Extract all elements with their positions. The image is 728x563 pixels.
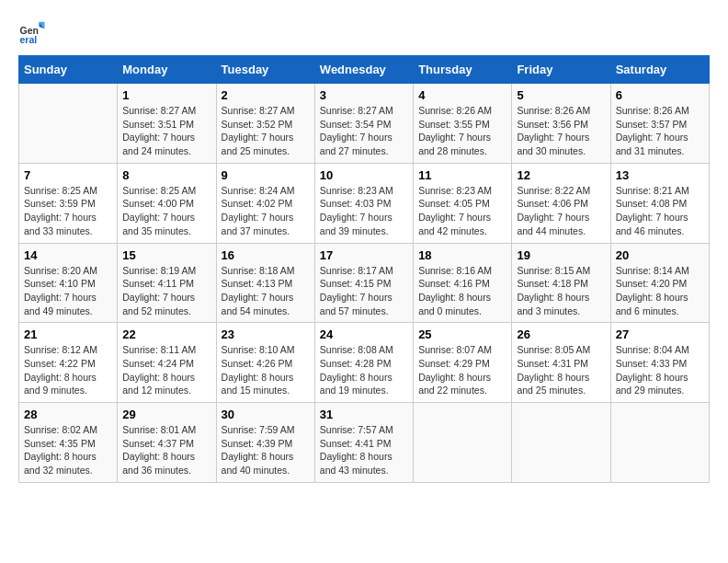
calendar-cell: 24Sunrise: 8:08 AMSunset: 4:28 PMDayligh… xyxy=(314,323,413,403)
calendar-cell: 20Sunrise: 8:14 AMSunset: 4:20 PMDayligh… xyxy=(610,243,709,323)
calendar-body: 1Sunrise: 8:27 AMSunset: 3:51 PMDaylight… xyxy=(19,84,710,483)
day-number: 8 xyxy=(122,168,210,182)
day-number: 16 xyxy=(222,248,310,262)
day-number: 22 xyxy=(122,327,210,341)
calendar-week-1: 1Sunrise: 8:27 AMSunset: 3:51 PMDaylight… xyxy=(19,84,710,164)
day-info: Sunrise: 8:11 AMSunset: 4:24 PMDaylight:… xyxy=(122,343,210,397)
svg-text:eral: eral xyxy=(20,34,38,45)
day-info: Sunrise: 8:23 AMSunset: 4:03 PMDaylight:… xyxy=(320,184,408,238)
header-day-thursday: Thursday xyxy=(414,56,512,84)
calendar-cell: 4Sunrise: 8:26 AMSunset: 3:55 PMDaylight… xyxy=(414,84,512,164)
calendar-cell: 7Sunrise: 8:25 AMSunset: 3:59 PMDaylight… xyxy=(19,163,118,243)
day-info: Sunrise: 8:08 AMSunset: 4:28 PMDaylight:… xyxy=(320,343,408,397)
day-number: 3 xyxy=(320,88,408,102)
calendar-cell: 25Sunrise: 8:07 AMSunset: 4:29 PMDayligh… xyxy=(414,323,512,403)
calendar-cell xyxy=(610,403,709,483)
day-number: 9 xyxy=(222,168,310,182)
calendar-cell: 2Sunrise: 8:27 AMSunset: 3:52 PMDaylight… xyxy=(216,84,314,164)
day-number: 21 xyxy=(24,327,112,341)
calendar-cell: 8Sunrise: 8:25 AMSunset: 4:00 PMDaylight… xyxy=(118,163,216,243)
day-number: 27 xyxy=(616,327,704,341)
day-info: Sunrise: 8:26 AMSunset: 3:57 PMDaylight:… xyxy=(616,104,704,158)
day-info: Sunrise: 8:01 AMSunset: 4:37 PMDaylight:… xyxy=(122,423,210,477)
day-info: Sunrise: 8:26 AMSunset: 3:55 PMDaylight:… xyxy=(418,104,506,158)
day-number: 24 xyxy=(320,327,408,341)
day-info: Sunrise: 8:16 AMSunset: 4:16 PMDaylight:… xyxy=(418,264,506,318)
day-info: Sunrise: 8:21 AMSunset: 4:08 PMDaylight:… xyxy=(616,184,704,238)
header-day-sunday: Sunday xyxy=(19,56,118,84)
day-number: 10 xyxy=(320,168,408,182)
day-number: 14 xyxy=(24,248,112,262)
calendar-table: SundayMondayTuesdayWednesdayThursdayFrid… xyxy=(18,55,710,483)
day-info: Sunrise: 8:19 AMSunset: 4:11 PMDaylight:… xyxy=(122,264,210,318)
day-number: 2 xyxy=(222,88,310,102)
calendar-cell: 31Sunrise: 7:57 AMSunset: 4:41 PMDayligh… xyxy=(314,403,413,483)
calendar-cell xyxy=(512,403,610,483)
calendar-week-4: 21Sunrise: 8:12 AMSunset: 4:22 PMDayligh… xyxy=(19,323,710,403)
calendar-cell: 21Sunrise: 8:12 AMSunset: 4:22 PMDayligh… xyxy=(19,323,118,403)
day-number: 1 xyxy=(122,88,210,102)
day-info: Sunrise: 8:27 AMSunset: 3:54 PMDaylight:… xyxy=(320,104,408,158)
day-info: Sunrise: 8:25 AMSunset: 4:00 PMDaylight:… xyxy=(122,184,210,238)
day-info: Sunrise: 8:18 AMSunset: 4:13 PMDaylight:… xyxy=(222,264,310,318)
day-number: 6 xyxy=(616,88,704,102)
calendar-cell: 18Sunrise: 8:16 AMSunset: 4:16 PMDayligh… xyxy=(414,243,512,323)
day-info: Sunrise: 8:02 AMSunset: 4:35 PMDaylight:… xyxy=(24,423,112,477)
day-number: 13 xyxy=(616,168,704,182)
day-info: Sunrise: 7:57 AMSunset: 4:41 PMDaylight:… xyxy=(320,423,408,477)
day-info: Sunrise: 8:24 AMSunset: 4:02 PMDaylight:… xyxy=(222,184,310,238)
day-number: 19 xyxy=(517,248,605,262)
day-number: 25 xyxy=(418,327,506,341)
calendar-cell: 23Sunrise: 8:10 AMSunset: 4:26 PMDayligh… xyxy=(216,323,314,403)
day-info: Sunrise: 8:26 AMSunset: 3:56 PMDaylight:… xyxy=(517,104,605,158)
calendar-cell xyxy=(19,84,118,164)
calendar-cell: 26Sunrise: 8:05 AMSunset: 4:31 PMDayligh… xyxy=(512,323,610,403)
day-number: 5 xyxy=(517,88,605,102)
calendar-cell: 11Sunrise: 8:23 AMSunset: 4:05 PMDayligh… xyxy=(414,163,512,243)
calendar-cell: 10Sunrise: 8:23 AMSunset: 4:03 PMDayligh… xyxy=(314,163,413,243)
calendar-cell: 6Sunrise: 8:26 AMSunset: 3:57 PMDaylight… xyxy=(610,84,709,164)
calendar-cell: 30Sunrise: 7:59 AMSunset: 4:39 PMDayligh… xyxy=(216,403,314,483)
calendar-cell: 17Sunrise: 8:17 AMSunset: 4:15 PMDayligh… xyxy=(314,243,413,323)
day-number: 12 xyxy=(517,168,605,182)
calendar-cell: 1Sunrise: 8:27 AMSunset: 3:51 PMDaylight… xyxy=(118,84,216,164)
calendar-cell: 27Sunrise: 8:04 AMSunset: 4:33 PMDayligh… xyxy=(610,323,709,403)
day-number: 20 xyxy=(616,248,704,262)
calendar-cell: 15Sunrise: 8:19 AMSunset: 4:11 PMDayligh… xyxy=(118,243,216,323)
day-number: 28 xyxy=(24,408,112,421)
calendar-cell: 16Sunrise: 8:18 AMSunset: 4:13 PMDayligh… xyxy=(216,243,314,323)
calendar-header-row: SundayMondayTuesdayWednesdayThursdayFrid… xyxy=(19,56,710,84)
day-info: Sunrise: 8:22 AMSunset: 4:06 PMDaylight:… xyxy=(517,184,605,238)
day-number: 17 xyxy=(320,248,408,262)
calendar-cell: 5Sunrise: 8:26 AMSunset: 3:56 PMDaylight… xyxy=(512,84,610,164)
day-info: Sunrise: 8:10 AMSunset: 4:26 PMDaylight:… xyxy=(222,343,310,397)
day-number: 30 xyxy=(222,408,310,421)
calendar-cell: 29Sunrise: 8:01 AMSunset: 4:37 PMDayligh… xyxy=(118,403,216,483)
header-day-wednesday: Wednesday xyxy=(314,56,413,84)
day-info: Sunrise: 8:04 AMSunset: 4:33 PMDaylight:… xyxy=(616,343,704,397)
day-info: Sunrise: 8:12 AMSunset: 4:22 PMDaylight:… xyxy=(24,343,112,397)
header-day-saturday: Saturday xyxy=(610,56,709,84)
header-day-monday: Monday xyxy=(118,56,216,84)
day-info: Sunrise: 8:17 AMSunset: 4:15 PMDaylight:… xyxy=(320,264,408,318)
logo-icon: Gen eral xyxy=(18,18,46,46)
day-number: 11 xyxy=(418,168,506,182)
header-day-friday: Friday xyxy=(512,56,610,84)
calendar-week-5: 28Sunrise: 8:02 AMSunset: 4:35 PMDayligh… xyxy=(19,403,710,483)
calendar-cell: 19Sunrise: 8:15 AMSunset: 4:18 PMDayligh… xyxy=(512,243,610,323)
day-number: 7 xyxy=(24,168,112,182)
day-number: 29 xyxy=(122,408,210,421)
day-info: Sunrise: 8:25 AMSunset: 3:59 PMDaylight:… xyxy=(24,184,112,238)
calendar-cell: 28Sunrise: 8:02 AMSunset: 4:35 PMDayligh… xyxy=(19,403,118,483)
calendar-cell xyxy=(414,403,512,483)
calendar-cell: 13Sunrise: 8:21 AMSunset: 4:08 PMDayligh… xyxy=(610,163,709,243)
day-info: Sunrise: 8:20 AMSunset: 4:10 PMDaylight:… xyxy=(24,264,112,318)
calendar-week-3: 14Sunrise: 8:20 AMSunset: 4:10 PMDayligh… xyxy=(19,243,710,323)
calendar-cell: 22Sunrise: 8:11 AMSunset: 4:24 PMDayligh… xyxy=(118,323,216,403)
day-info: Sunrise: 8:27 AMSunset: 3:52 PMDaylight:… xyxy=(222,104,310,158)
day-info: Sunrise: 8:05 AMSunset: 4:31 PMDaylight:… xyxy=(517,343,605,397)
day-info: Sunrise: 7:59 AMSunset: 4:39 PMDaylight:… xyxy=(222,423,310,477)
day-number: 26 xyxy=(517,327,605,341)
day-info: Sunrise: 8:07 AMSunset: 4:29 PMDaylight:… xyxy=(418,343,506,397)
day-number: 23 xyxy=(222,327,310,341)
